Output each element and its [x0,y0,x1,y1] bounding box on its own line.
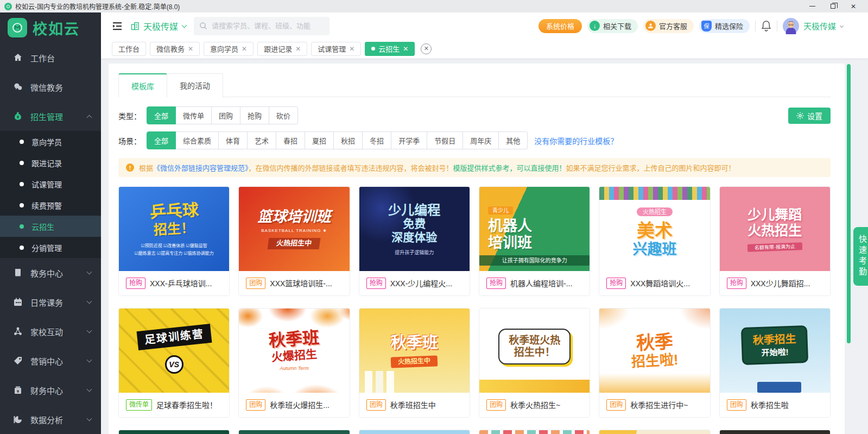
system-price-button[interactable]: 系统价格 [538,19,582,33]
poster-text: 开始啦! [753,347,797,357]
close-icon[interactable]: ✕ [403,45,408,53]
template-card[interactable] [118,430,230,434]
tab-intent-students[interactable]: 意向学员✕ [204,42,254,56]
template-title: XXX舞蹈培训火... [630,278,690,288]
downloads-button[interactable]: ↓ 相关下载 [587,19,638,33]
sidebar-item-workbench[interactable]: 工作台 [0,43,101,72]
template-card[interactable]: 秋季 招生啦! 团购秋季招生进行中~ [599,308,710,418]
template-card[interactable] [238,430,350,434]
user-menu[interactable]: 天极传媒 [783,18,843,34]
poster-text: 火热招生中 [268,238,321,249]
sidebar-item-cloud-recruit[interactable]: 云招生 [0,216,101,237]
sidebar-item-finance-center[interactable]: ¥ 财务中心 [0,375,101,405]
sidebar-item-data-analysis[interactable]: 数据分析 [0,405,101,434]
minimize-button[interactable] [802,0,822,12]
tab-template-library[interactable]: 模板库 [118,73,167,97]
sidebar-item-marketing-center[interactable]: 营销中心 [0,346,101,375]
customer-service-button[interactable]: 官方客服 [643,19,694,33]
tab-cloud-recruit[interactable]: 云招生✕ [365,42,415,56]
notice-regulation-link[interactable]: 《微信外部链接内容管理规范》 [153,164,249,172]
insurance-button[interactable]: 保 精选保险 [699,19,750,33]
close-icon[interactable]: ✕ [295,45,301,53]
scene-option-anniversary[interactable]: 周年庆 [463,131,499,149]
scrollbar-thumb[interactable] [847,64,851,343]
scene-option-winter[interactable]: 冬招 [363,131,391,149]
template-card[interactable]: 青少儿 机器人 培训班 让孩子拥有国际化的竞争力 抢购机器人编程培训-... [479,186,590,296]
scene-option-holiday[interactable]: 节假日 [427,131,463,149]
template-card[interactable]: 足球训练营 VS 微传单足球春季招生啦！ [118,308,230,418]
title-bar: 校如云-国内专业的教培机构管理系统-全新.稳定.简单(8.0) ✕ [0,0,868,12]
template-card[interactable] [719,430,831,434]
chevron-up-icon [87,115,92,120]
settings-button[interactable]: 设置 [788,108,831,124]
scene-option-school-season[interactable]: 开学季 [391,131,427,149]
tab-follow-records[interactable]: 跟进记录✕ [257,42,307,56]
svg-text:¥: ¥ [17,115,19,119]
scene-option-all[interactable]: 全部 [147,131,176,149]
sidebar-item-renewal-alert[interactable]: 续费预警 [0,194,101,216]
template-card[interactable]: 秋季招生 开始啦! 团购秋季招生啦 [719,308,831,418]
scene-option-comprehensive[interactable]: 综合素质 [176,131,219,149]
template-card[interactable] [479,430,590,434]
poster-text: 少儿编程 [388,203,440,218]
org-selector[interactable]: 天极传媒 [130,20,186,33]
collapse-menu-icon[interactable] [112,22,123,30]
request-template-link[interactable]: 没有你需要的行业模板？ [534,135,618,146]
sidebar-item-enrollment[interactable]: ¥ 招生管理 [0,102,101,131]
template-card[interactable]: 秋季班 火爆招生 Autumn Term 团购秋季班火爆招生... [238,308,350,418]
scene-option-summer[interactable]: 夏招 [305,131,334,149]
search-icon [199,22,207,30]
template-card[interactable]: 少儿编程 免费 深度体验 提升孩子逻辑能力 抢购XXX-少儿编程火... [359,186,470,296]
tab-wechat-edu[interactable]: 微信教务✕ [150,42,200,56]
template-card[interactable] [359,430,470,434]
template-card[interactable]: 秋季班 火热招生中 团购秋季班招生中 [359,308,470,418]
search-input[interactable] [212,22,324,30]
close-icon[interactable]: ✕ [188,45,193,53]
template-card[interactable]: 乒乓球 招生！ ☑预防近视 ☑改善体质 ☑健脑益智 ☑磨练意志 ☑提高专注力 ☑… [118,186,230,296]
template-card[interactable] [599,430,710,434]
type-option-flash-sale[interactable]: 抢购 [240,106,269,124]
type-option-all[interactable]: 全部 [147,106,176,124]
enrollment-submenu: 意向学员 跟进记录 试课管理 续费预警 云招生 分销管理 [0,131,101,258]
user-name: 天极传媒 [803,20,836,32]
template-card[interactable]: 火热招生 美术 兴趣班 抢购XXX舞蹈培训火... [599,186,710,296]
sidebar-item-daily-lessons[interactable]: 日常课务 [0,287,101,317]
template-card[interactable]: 少儿舞蹈 火热招生 名额有限·报满为止 抢购XXX少儿舞蹈招... [719,186,831,296]
scene-option-art[interactable]: 艺术 [248,131,276,149]
scene-option-other[interactable]: 其他 [499,131,528,149]
scene-option-autumn[interactable]: 秋招 [334,131,363,149]
sidebar-item-home-school[interactable]: 家校互动 [0,317,101,346]
poster-text: 美术 [637,221,673,241]
sidebar-item-distribution[interactable]: 分销管理 [0,237,101,258]
tab-trial-class[interactable]: 试课管理✕ [311,42,361,56]
tag-icon [13,356,23,366]
sidebar-item-academic-center[interactable]: 教务中心 [0,258,101,287]
template-card[interactable]: 秋季班火热 招生中！ 团购秋季火热招生~ [479,308,590,418]
scene-option-sports[interactable]: 体育 [219,131,248,149]
type-option-bargain[interactable]: 砍价 [269,106,298,124]
close-icon[interactable]: ✕ [349,45,354,53]
scene-filter-group: 全部 综合素质 体育 艺术 春招 夏招 秋招 冬招 开学季 节假日 周年庆 其他 [147,131,528,149]
sidebar-item-intent-students[interactable]: 意向学员 [0,131,101,152]
close-all-tabs-icon[interactable]: ✕ [421,43,432,54]
quick-attendance-tab[interactable]: 快速考勤 [853,227,868,286]
poster-text: BASKETBALL TRAINING ★ [261,228,327,233]
brand-logo[interactable]: 校如云 [0,12,101,43]
calendar-icon [13,297,23,307]
warning-icon: ! [126,163,134,172]
tab-workbench[interactable]: 工作台 [112,42,146,56]
notification-bell-icon[interactable] [761,20,771,32]
sidebar-item-trial-class[interactable]: 试课管理 [0,173,101,194]
type-option-group-buy[interactable]: 团购 [212,106,240,124]
home-icon [13,53,23,62]
pill-label: 官方客服 [659,21,687,31]
restore-button[interactable] [822,0,843,12]
scene-option-spring[interactable]: 春招 [276,131,305,149]
close-icon[interactable]: ✕ [242,45,247,53]
tab-my-activities[interactable]: 我的活动 [167,73,223,97]
template-card[interactable]: 篮球培训班 BASKETBALL TRAINING ★ 火热招生中 团购XXX篮… [238,186,350,296]
sidebar-item-follow-records[interactable]: 跟进记录 [0,152,101,173]
type-option-flyer[interactable]: 微传单 [176,106,212,124]
close-button[interactable]: ✕ [843,0,864,12]
sidebar-item-wechat-edu[interactable]: 微信教务 [0,72,101,102]
